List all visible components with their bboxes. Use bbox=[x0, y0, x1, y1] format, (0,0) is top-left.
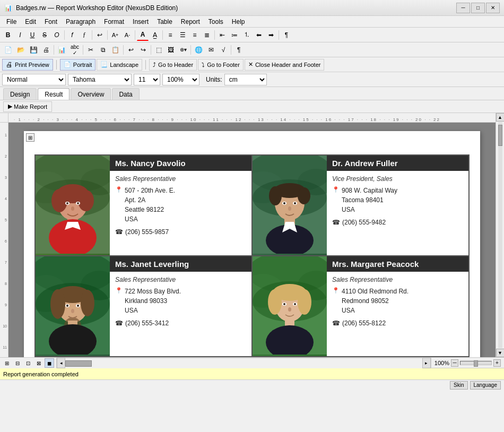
font-select[interactable]: Tahoma Arial Times New Roman bbox=[68, 74, 132, 85]
units-select[interactable]: cm in mm bbox=[224, 74, 267, 85]
formula-button[interactable]: √ bbox=[218, 44, 229, 56]
page-canvas[interactable]: ⊞ bbox=[8, 123, 496, 357]
align-left-button[interactable]: ≡ bbox=[164, 29, 176, 41]
outline-button[interactable]: O bbox=[51, 29, 63, 41]
portrait-button[interactable]: 📄 Portrait bbox=[60, 59, 95, 71]
menu-table[interactable]: Table bbox=[153, 16, 177, 28]
go-to-footer-button[interactable]: ⤵ Go to Footer bbox=[198, 59, 244, 71]
show-formatting-button[interactable]: ¶ bbox=[233, 44, 245, 56]
redo-button[interactable]: ↪ bbox=[137, 44, 149, 56]
menu-paragraph[interactable]: Paragraph bbox=[62, 16, 100, 28]
landscape-button[interactable]: 📃 Landscape bbox=[97, 59, 142, 71]
menu-edit[interactable]: Edit bbox=[21, 16, 40, 28]
make-report-button[interactable]: ▶ Make Report bbox=[3, 101, 52, 112]
bullets-button[interactable]: ≔ bbox=[229, 29, 240, 41]
page-anchor-handle[interactable]: ⊞ bbox=[26, 133, 34, 142]
paragraph-marks-button[interactable]: ¶ bbox=[281, 29, 292, 41]
card-address-janet: 📍 722 Moss Bay Blvd.Kirkland 98033USA bbox=[110, 286, 251, 316]
scroll-left-button[interactable]: ◂ bbox=[57, 358, 65, 368]
spell-check-button[interactable]: abc✓ bbox=[68, 44, 81, 56]
insert-frame-button[interactable]: ⬚ bbox=[153, 44, 164, 56]
align-right-button[interactable]: ≡ bbox=[189, 29, 201, 41]
undo-format-button[interactable]: ↩ bbox=[94, 29, 106, 41]
insert-image-button[interactable]: 🖼 bbox=[165, 44, 177, 56]
zoom-in-button[interactable]: + bbox=[493, 359, 501, 367]
menu-format[interactable]: Format bbox=[100, 16, 128, 28]
font-color-button[interactable]: A bbox=[137, 29, 149, 41]
maximize-button[interactable]: □ bbox=[471, 3, 485, 13]
separator6 bbox=[214, 30, 215, 40]
menu-font[interactable]: Font bbox=[40, 16, 62, 28]
underline-button[interactable]: U bbox=[27, 29, 38, 41]
close-button[interactable]: ✕ bbox=[486, 3, 500, 13]
menu-help[interactable]: Help bbox=[228, 16, 249, 28]
h-scroll-thumb[interactable] bbox=[65, 360, 92, 367]
title-bar: 📊 Badges.rw — Report Workshop Editor (Ne… bbox=[0, 0, 504, 16]
tab-result[interactable]: Result bbox=[38, 88, 69, 100]
font-size-select[interactable]: 11 8 9 10 12 14 bbox=[134, 74, 160, 85]
increase-font-button[interactable]: A+ bbox=[109, 29, 121, 41]
print-button[interactable]: 🖨 bbox=[40, 44, 52, 56]
menu-report[interactable]: Report bbox=[177, 16, 204, 28]
copy-button[interactable]: ⧉ bbox=[97, 44, 109, 56]
scroll-thumb[interactable] bbox=[498, 125, 502, 146]
menu-file[interactable]: File bbox=[2, 16, 21, 28]
bt-btn-5[interactable]: ◼ bbox=[45, 358, 54, 368]
scroll-right-button[interactable]: ▸ bbox=[422, 358, 431, 368]
print-preview-button[interactable]: 🖨 Print Preview bbox=[2, 59, 53, 71]
bt-btn-3[interactable]: ⊡ bbox=[23, 358, 33, 368]
tab-design[interactable]: Design bbox=[3, 88, 37, 100]
zoom-slider[interactable] bbox=[460, 361, 492, 365]
zoom-select[interactable]: 100% 75% 125% 150% bbox=[162, 74, 199, 85]
save-button[interactable]: 💾 bbox=[28, 44, 40, 56]
h-scroll-track[interactable] bbox=[65, 358, 422, 368]
italic-f-button[interactable]: f bbox=[66, 29, 78, 41]
close-header-footer-button[interactable]: ✕ Close Header and Footer bbox=[245, 59, 325, 71]
window-controls: ─ □ ✕ bbox=[456, 3, 500, 13]
email-button[interactable]: ✉ bbox=[205, 44, 217, 56]
vertical-scrollbar[interactable]: ▲ ▼ bbox=[496, 113, 504, 357]
zoom-out-button[interactable]: ─ bbox=[451, 359, 458, 367]
bt-btn-1[interactable]: ⊞ bbox=[2, 358, 12, 368]
minimize-button[interactable]: ─ bbox=[456, 3, 470, 13]
zoom-slider-thumb[interactable] bbox=[474, 360, 478, 367]
go-to-header-button[interactable]: ⤴ Go to Header bbox=[149, 59, 197, 71]
card-info-andrew: Dr. Andrew Fuller Vice President, Sales … bbox=[327, 155, 468, 255]
cut-button[interactable]: ✂ bbox=[85, 44, 97, 56]
outdent-button[interactable]: ⬅ bbox=[253, 29, 265, 41]
menu-insert[interactable]: Insert bbox=[128, 16, 153, 28]
tab-overview[interactable]: Overview bbox=[71, 88, 111, 100]
paste-button[interactable]: 📋 bbox=[109, 44, 121, 56]
indent-button[interactable]: ➡ bbox=[265, 29, 277, 41]
bt-btn-4[interactable]: ⊠ bbox=[34, 358, 44, 368]
app-icon: 📊 bbox=[4, 4, 13, 12]
bold-button[interactable]: B bbox=[2, 29, 14, 41]
scroll-down-button[interactable]: ▼ bbox=[496, 349, 505, 357]
bt-btn-2[interactable]: ⊟ bbox=[13, 358, 22, 368]
open-button[interactable]: 📂 bbox=[15, 44, 27, 56]
tab-data[interactable]: Data bbox=[112, 88, 139, 100]
strikethrough-button[interactable]: S bbox=[39, 29, 50, 41]
separator3 bbox=[107, 30, 108, 40]
numbering-button[interactable]: ⒈ bbox=[241, 29, 253, 41]
language-button[interactable]: Language bbox=[470, 381, 501, 390]
undo-button[interactable]: ↩ bbox=[125, 44, 137, 56]
menu-tools[interactable]: Tools bbox=[204, 16, 228, 28]
skin-button[interactable]: Skin bbox=[450, 381, 467, 390]
web-button[interactable]: 🌐 bbox=[193, 44, 205, 56]
new-button[interactable]: 📄 bbox=[2, 44, 14, 56]
insert-field-button[interactable]: ⊕▾ bbox=[177, 44, 189, 56]
highlight-color-button[interactable]: A̲ bbox=[149, 29, 161, 41]
justify-button[interactable]: ≣ bbox=[201, 29, 213, 41]
script-f-button[interactable]: ƒ bbox=[79, 29, 90, 41]
svg-point-7 bbox=[51, 189, 67, 212]
decrease-font-button[interactable]: A- bbox=[121, 29, 133, 41]
align-center-button[interactable]: ☰ bbox=[177, 29, 188, 41]
style-select[interactable]: Normal Heading 1 Heading 2 bbox=[2, 74, 66, 85]
card-phone-number-nancy: (206) 555-9857 bbox=[125, 228, 169, 236]
chart-button[interactable]: 📊 bbox=[56, 44, 68, 56]
indent-dec-button[interactable]: ⇤ bbox=[216, 29, 228, 41]
photo-margaret bbox=[253, 256, 327, 356]
italic-button[interactable]: I bbox=[14, 29, 26, 41]
scroll-up-button[interactable]: ▲ bbox=[496, 113, 505, 122]
